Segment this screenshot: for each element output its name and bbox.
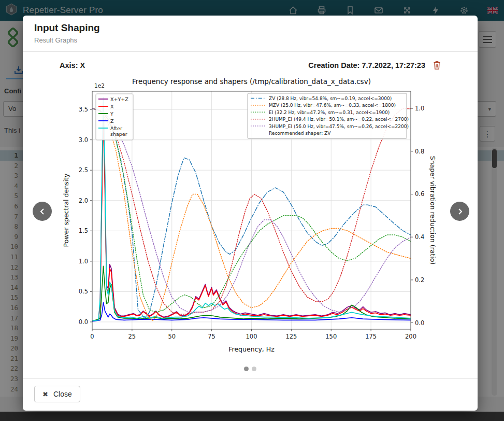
close-button-label: Close <box>53 390 72 398</box>
svg-text:150: 150 <box>325 333 337 340</box>
svg-text:125: 125 <box>285 333 297 340</box>
graph-meta-row: Axis: X Creation Date: 7.7.2022, 17:27:2… <box>60 60 441 70</box>
svg-text:Shaper vibration reduction (ra: Shaper vibration reduction (ratio) <box>429 156 437 265</box>
svg-text:X+Y+Z: X+Y+Z <box>110 96 128 102</box>
svg-text:2.5: 2.5 <box>79 166 88 174</box>
carousel-dots <box>23 367 478 371</box>
svg-text:0.8: 0.8 <box>415 148 424 155</box>
svg-text:3.0: 3.0 <box>79 136 88 144</box>
carousel-dot[interactable] <box>252 367 256 371</box>
svg-text:Frequency response and shapers: Frequency response and shapers (/tmp/cal… <box>132 77 371 86</box>
svg-text:EI (32.2 Hz, vibr=47.2%, sm~=0: EI (32.2 Hz, vibr=47.2%, sm~=0.31, accel… <box>269 110 390 115</box>
svg-text:25: 25 <box>128 333 136 340</box>
svg-text:1.0: 1.0 <box>415 105 424 112</box>
creation-date-label: Creation Date: 7.7.2022, 17:27:23 <box>308 61 425 69</box>
modal-title: Input Shaping <box>34 22 466 34</box>
axis-label: Axis: X <box>60 61 85 69</box>
svg-text:Recommended shaper: ZV: Recommended shaper: ZV <box>269 131 331 136</box>
creation-group: Creation Date: 7.7.2022, 17:27:23 <box>308 60 441 70</box>
chevron-left-icon <box>39 207 46 216</box>
svg-text:0.2: 0.2 <box>415 276 424 284</box>
modal-subtitle: Result Graphs <box>34 36 466 44</box>
svg-text:0.0: 0.0 <box>415 319 424 327</box>
svg-text:Power spectral density: Power spectral density <box>62 173 70 247</box>
svg-text:Z: Z <box>110 118 114 124</box>
svg-text:2HUMP_EI (49.4 Hz, vibr=50.1%,: 2HUMP_EI (49.4 Hz, vibr=50.1%, sm~=0.22,… <box>269 117 409 122</box>
chevron-right-icon <box>456 207 464 216</box>
svg-text:75: 75 <box>208 333 215 340</box>
svg-text:0.4: 0.4 <box>415 233 424 241</box>
svg-text:3HUMP_EI (56.0 Hz, vibr=47.5%,: 3HUMP_EI (56.0 Hz, vibr=47.5%, sm~=0.26,… <box>269 124 409 129</box>
svg-text:shaper: shaper <box>110 131 127 137</box>
svg-text:0: 0 <box>90 333 94 340</box>
svg-text:175: 175 <box>365 333 377 340</box>
svg-text:0.5: 0.5 <box>79 288 88 295</box>
svg-text:ZV (28.8 Hz, vibr=54.8%, sm~=0: ZV (28.8 Hz, vibr=54.8%, sm~=0.19, accel… <box>269 96 392 101</box>
trash-icon <box>433 60 441 70</box>
svg-text:X: X <box>110 104 114 109</box>
svg-text:0.0: 0.0 <box>79 318 88 326</box>
svg-text:After: After <box>110 125 122 131</box>
result-chart-svg: 02550751001251501752000.00.51.01.52.02.5… <box>60 74 441 360</box>
svg-text:50: 50 <box>168 333 176 340</box>
svg-text:Frequency, Hz: Frequency, Hz <box>228 345 275 353</box>
result-graph: 02550751001251501752000.00.51.01.52.02.5… <box>60 74 441 360</box>
carousel-next-button[interactable] <box>450 202 469 221</box>
svg-text:MZV (25.0 Hz, vibr=47.6%, sm~=: MZV (25.0 Hz, vibr=47.6%, sm~=0.33, acce… <box>269 103 396 108</box>
svg-text:200: 200 <box>405 333 416 340</box>
svg-text:2.0: 2.0 <box>79 197 88 204</box>
carousel-prev-button[interactable] <box>33 202 52 221</box>
input-shaping-modal: Input Shaping Result Graphs Axis: X Crea… <box>23 16 478 411</box>
svg-text:0.6: 0.6 <box>415 190 424 198</box>
carousel-dot[interactable] <box>244 367 249 371</box>
svg-text:3.5: 3.5 <box>79 106 88 113</box>
svg-text:100: 100 <box>246 333 257 340</box>
close-button[interactable]: ✖ Close <box>34 386 80 402</box>
modal-footer: ✖ Close <box>23 378 478 411</box>
svg-text:1.0: 1.0 <box>79 258 88 265</box>
svg-text:1e2: 1e2 <box>94 82 105 89</box>
svg-text:Y: Y <box>110 111 113 117</box>
close-x-icon: ✖ <box>42 390 48 398</box>
modal-header: Input Shaping Result Graphs <box>23 16 478 52</box>
svg-text:1.5: 1.5 <box>79 227 88 234</box>
delete-graph-button[interactable] <box>433 60 441 70</box>
